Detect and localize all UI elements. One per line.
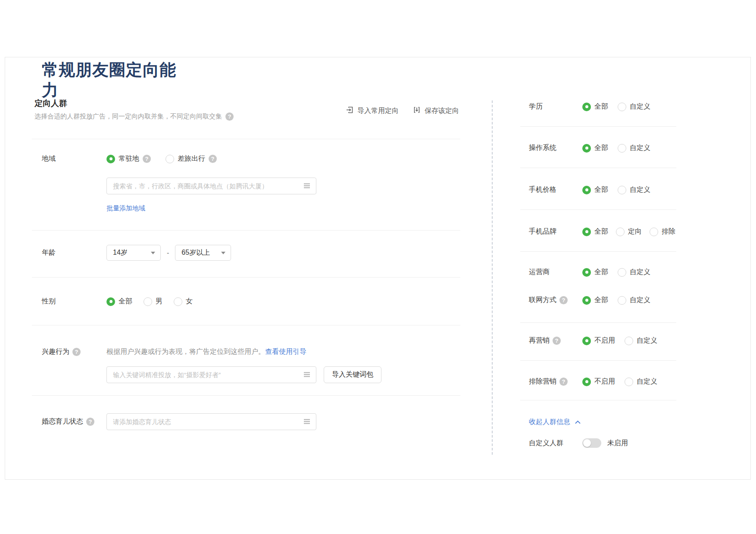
region-search <box>106 178 316 194</box>
keyword-search <box>106 366 316 383</box>
radio-selected-icon <box>582 103 591 111</box>
marital-status-input[interactable] <box>106 413 316 430</box>
radio-selected-icon <box>106 155 115 163</box>
help-icon[interactable]: ? <box>225 112 234 121</box>
chevron-up-icon <box>575 418 581 426</box>
radio-selected-icon <box>582 268 591 277</box>
os-custom-radio[interactable]: 自定义 <box>618 144 650 153</box>
row-divider <box>520 126 676 127</box>
batch-add-region-link[interactable]: 批量添加地域 <box>106 204 145 212</box>
section-subtitle-text: 选择合适的人群投放广告，同一定向内取并集，不同定向间取交集 <box>34 112 222 121</box>
carrier-row: 运营商 全部 自定义 <box>529 268 650 277</box>
gender-all-radio[interactable]: 全部 <box>106 297 132 306</box>
age-from-select[interactable]: 14岁 <box>106 245 161 261</box>
radio-unselected-icon <box>616 228 625 236</box>
resident-location-radio[interactable]: 常驻地 ? <box>106 154 151 163</box>
list-icon[interactable] <box>303 371 311 380</box>
help-icon[interactable]: ? <box>86 418 94 426</box>
radio-unselected-icon <box>618 186 626 194</box>
phone-price-custom-radio[interactable]: 自定义 <box>618 185 650 194</box>
usage-guide-link[interactable]: 查看使用引导 <box>265 348 306 355</box>
phone-brand-all-radio[interactable]: 全部 <box>582 227 608 236</box>
phone-brand-target-radio[interactable]: 定向 <box>616 227 642 236</box>
row-divider <box>520 251 676 252</box>
radio-selected-icon <box>582 144 591 153</box>
list-icon[interactable] <box>303 182 311 191</box>
education-custom-radio[interactable]: 自定义 <box>618 102 650 111</box>
header-actions: 导入常用定向 保存该定向 <box>345 106 459 116</box>
age-label: 年龄 <box>42 245 106 257</box>
row-divider <box>520 322 676 323</box>
network-all-radio[interactable]: 全部 <box>582 296 608 305</box>
radio-unselected-icon <box>618 103 626 111</box>
radio-unselected-icon <box>625 337 633 345</box>
import-icon <box>345 106 354 116</box>
custom-audience-row: 自定义人群 未启用 <box>529 438 628 448</box>
custom-audience-state: 未启用 <box>607 439 628 448</box>
radio-selected-icon <box>582 337 591 345</box>
carrier-all-radio[interactable]: 全部 <box>582 268 608 277</box>
gender-male-radio[interactable]: 男 <box>144 297 162 306</box>
interest-description: 根据用户兴趣或行为表现，将广告定位到这些用户。查看使用引导 <box>106 347 381 356</box>
exclude-marketing-custom-radio[interactable]: 自定义 <box>625 377 657 386</box>
import-keyword-package-button[interactable]: 导入关键词包 <box>324 366 381 383</box>
radio-selected-icon <box>582 296 591 305</box>
gender-female-radio[interactable]: 女 <box>174 297 193 306</box>
marital-input-wrap <box>106 413 316 430</box>
remarketing-row: 再营销 ? 不启用 自定义 <box>529 336 657 345</box>
custom-audience-toggle[interactable] <box>582 438 601 448</box>
help-icon[interactable]: ? <box>143 155 151 163</box>
interest-label: 兴趣行为 ? <box>42 347 106 356</box>
os-row: 操作系统 全部 自定义 <box>529 144 650 153</box>
age-to-select[interactable]: 65岁以上 <box>175 245 231 261</box>
travel-radio[interactable]: 差旅出行 ? <box>166 154 217 163</box>
row-divider <box>32 395 460 396</box>
custom-audience-label: 自定义人群 <box>529 439 582 448</box>
radio-unselected-icon <box>166 155 174 163</box>
chevron-down-icon <box>221 252 225 256</box>
list-icon[interactable] <box>303 418 311 427</box>
radio-selected-icon <box>582 186 591 194</box>
collapse-audience-info-link[interactable]: 收起人群信息 <box>529 418 581 427</box>
remarketing-custom-radio[interactable]: 自定义 <box>625 336 657 345</box>
row-divider <box>32 230 460 231</box>
gender-label: 性别 <box>42 297 106 306</box>
region-search-input[interactable] <box>106 178 316 194</box>
help-icon[interactable]: ? <box>72 348 81 356</box>
save-icon <box>412 106 421 116</box>
phone-price-all-radio[interactable]: 全部 <box>582 185 608 194</box>
help-icon[interactable]: ? <box>559 296 568 304</box>
radio-unselected-icon <box>618 268 626 277</box>
education-all-radio[interactable]: 全部 <box>582 102 608 111</box>
keyword-input[interactable] <box>106 366 316 383</box>
import-common-targeting-button[interactable]: 导入常用定向 <box>345 106 399 116</box>
row-divider <box>520 360 676 361</box>
radio-unselected-icon <box>144 297 152 306</box>
help-icon[interactable]: ? <box>559 378 568 386</box>
row-divider <box>520 400 676 400</box>
exclude-marketing-row: 排除营销 ? 不启用 自定义 <box>529 377 657 386</box>
radio-selected-icon <box>582 228 591 236</box>
phone-brand-exclude-radio[interactable]: 排除 <box>650 227 675 236</box>
page-title: 常规朋友圈定向能力 <box>42 60 187 100</box>
radio-unselected-icon <box>618 144 626 153</box>
education-row: 学历 全部 自定义 <box>529 102 650 111</box>
network-custom-radio[interactable]: 自定义 <box>618 296 650 305</box>
help-icon[interactable]: ? <box>209 155 217 163</box>
age-row: 年龄 14岁 - 65岁以上 <box>42 245 231 261</box>
marital-label: 婚恋育儿状态 ? <box>42 413 106 426</box>
section-subtitle: 选择合适的人群投放广告，同一定向内取并集，不同定向间取交集 ? <box>34 112 234 121</box>
help-icon[interactable]: ? <box>553 337 561 345</box>
network-row: 联网方式 ? 全部 自定义 <box>529 296 650 305</box>
carrier-custom-radio[interactable]: 自定义 <box>618 268 650 277</box>
targeting-card: 常规朋友圈定向能力 定向人群 选择合适的人群投放广告，同一定向内取并集，不同定向… <box>5 57 751 480</box>
radio-unselected-icon <box>174 297 182 306</box>
header-divider <box>32 139 460 139</box>
exclude-marketing-off-radio[interactable]: 不启用 <box>582 377 615 386</box>
os-all-radio[interactable]: 全部 <box>582 144 608 153</box>
age-range-dash: - <box>167 249 169 257</box>
row-divider <box>520 168 676 168</box>
save-targeting-button[interactable]: 保存该定向 <box>412 106 459 116</box>
remarketing-off-radio[interactable]: 不启用 <box>582 336 615 345</box>
row-divider <box>32 277 460 278</box>
